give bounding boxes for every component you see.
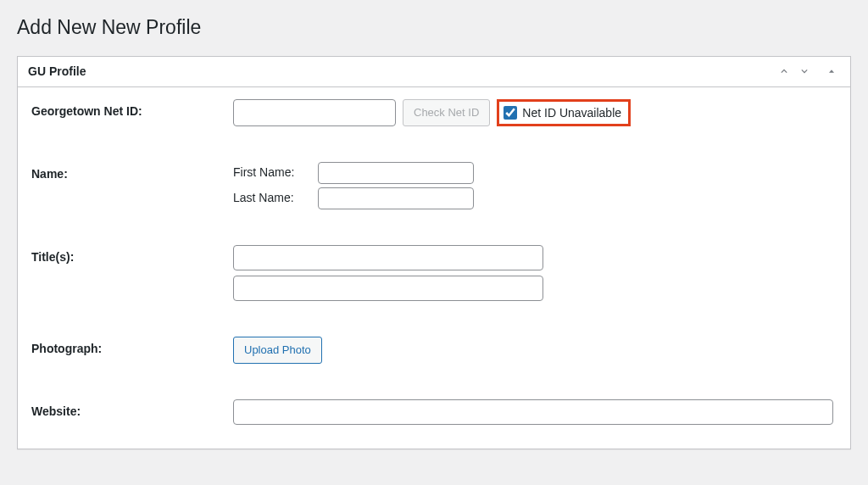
title-input-2[interactable] — [233, 276, 543, 301]
netid-label: Georgetown Net ID: — [31, 99, 233, 118]
photograph-label: Photograph: — [31, 337, 233, 355]
titles-label: Title(s): — [31, 245, 233, 264]
last-name-label: Last Name: — [233, 191, 318, 205]
netid-unavailable-checkbox[interactable] — [504, 106, 517, 120]
netid-unavailable-label[interactable]: Net ID Unavailable — [522, 106, 621, 120]
netid-unavailable-highlight: Net ID Unavailable — [497, 99, 631, 126]
metabox-handle-actions — [776, 63, 840, 80]
website-row: Website: — [31, 399, 837, 425]
first-name-input[interactable] — [318, 162, 474, 184]
title-input-1[interactable] — [233, 245, 543, 270]
last-name-input[interactable] — [318, 187, 474, 209]
toggle-panel-button[interactable] — [823, 63, 840, 80]
netid-row: Georgetown Net ID: Check Net ID Net ID U… — [31, 99, 837, 126]
netid-input[interactable] — [233, 99, 396, 126]
metabox-body: Georgetown Net ID: Check Net ID Net ID U… — [18, 87, 850, 449]
name-label: Name: — [31, 162, 233, 181]
page-title: Add New New Profile — [17, 15, 851, 41]
metabox-title: GU Profile — [28, 64, 86, 81]
first-name-label: First Name: — [233, 165, 318, 180]
name-row: Name: First Name: Last Name: — [31, 162, 837, 209]
check-netid-button[interactable]: Check Net ID — [403, 99, 490, 126]
move-up-button[interactable] — [776, 63, 793, 80]
upload-photo-button[interactable]: Upload Photo — [233, 337, 322, 364]
move-down-button[interactable] — [796, 63, 813, 80]
metabox-header: GU Profile — [18, 57, 850, 87]
triangle-up-icon — [826, 65, 837, 77]
gu-profile-metabox: GU Profile Georgetown Net ID: Check — [17, 56, 851, 449]
website-input[interactable] — [233, 399, 833, 425]
titles-row: Title(s): — [31, 245, 837, 301]
chevron-up-icon — [779, 65, 789, 77]
photograph-row: Photograph: Upload Photo — [31, 337, 837, 364]
website-label: Website: — [31, 399, 233, 418]
chevron-down-icon — [799, 65, 810, 77]
